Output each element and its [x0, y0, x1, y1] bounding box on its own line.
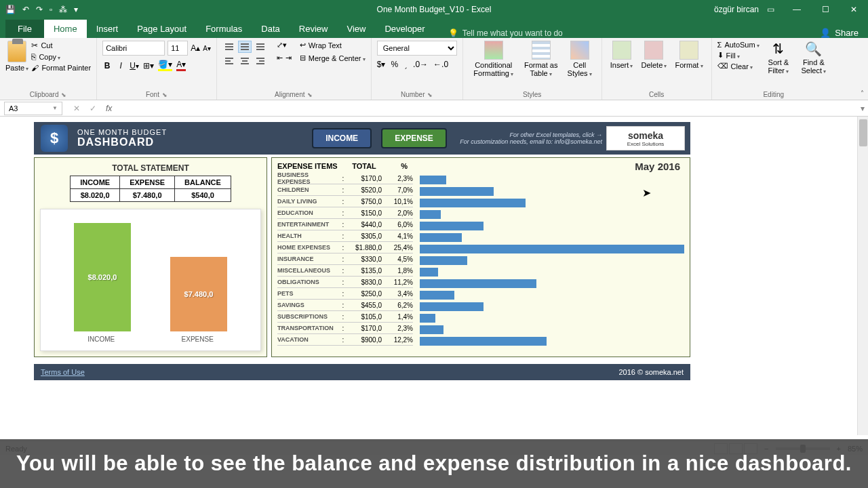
fill-button[interactable]: ⬇Fill — [717, 51, 760, 60]
dollar-icon: $ — [41, 125, 68, 152]
accounting-format-button[interactable]: $▾ — [377, 60, 386, 69]
decrease-font-icon[interactable]: A▾ — [203, 45, 211, 52]
tab-page-layout[interactable]: Page Layout — [127, 20, 196, 38]
copy-button[interactable]: Copy — [31, 52, 91, 62]
terms-link[interactable]: Terms of Use — [41, 368, 85, 376]
insert-function-icon[interactable]: fx — [106, 104, 112, 113]
align-middle-button[interactable] — [238, 41, 252, 53]
tab-developer[interactable]: Developer — [375, 20, 434, 38]
font-size-input[interactable] — [167, 41, 188, 56]
format-cells-button[interactable]: Format — [672, 41, 705, 69]
expense-row: SAVINGS:$455,06,2% — [277, 300, 413, 311]
redo-icon[interactable]: ↷ — [36, 5, 43, 14]
expense-button[interactable]: EXPENSE — [381, 128, 447, 148]
dashboard-header: $ ONE MONTH BUDGET DASHBOARD INCOME EXPE… — [34, 122, 690, 155]
format-painter-button[interactable]: Format Painter — [31, 64, 91, 72]
tab-view[interactable]: View — [337, 20, 375, 38]
vertical-scrollbar[interactable] — [857, 117, 868, 435]
italic-button[interactable]: I — [116, 61, 125, 70]
expand-formula-bar-icon[interactable]: ▾ — [857, 104, 868, 113]
tab-file[interactable]: File — [5, 20, 44, 38]
scroll-thumb[interactable] — [859, 119, 867, 146]
percent-format-button[interactable]: % — [391, 60, 398, 69]
eraser-icon: ⌫ — [717, 62, 728, 70]
decrease-indent-button[interactable]: ⇤ — [277, 54, 283, 62]
cell-styles-button[interactable]: Cell Styles — [564, 41, 596, 77]
tab-data[interactable]: Data — [252, 20, 289, 38]
user-name: özgür bircan — [714, 5, 759, 14]
orientation-button[interactable]: ⤢▾ — [277, 41, 292, 49]
sigma-icon: Σ — [717, 41, 722, 49]
expense-bar: $7.480,0 — [170, 257, 227, 331]
share-button[interactable]: 👤 Share — [820, 28, 859, 38]
minimize-icon[interactable]: — — [783, 0, 811, 19]
align-bottom-button[interactable] — [254, 41, 267, 53]
cut-button[interactable]: Cut — [31, 41, 91, 50]
tab-review[interactable]: Review — [290, 20, 338, 38]
increase-font-icon[interactable]: A▴ — [191, 43, 200, 53]
font-name-input[interactable] — [102, 41, 165, 56]
tab-formulas[interactable]: Formulas — [196, 20, 252, 38]
increase-decimal-button[interactable]: .0→ — [413, 60, 428, 69]
expense-hbar — [420, 210, 441, 219]
wrap-text-button[interactable]: ↩Wrap Text — [300, 41, 366, 49]
tell-me-search[interactable]: 💡 Tell me what you want to do — [448, 28, 563, 38]
save-icon[interactable]: 💾 — [5, 5, 16, 14]
maximize-icon[interactable]: ☐ — [811, 0, 840, 19]
qat-icon[interactable]: ⁂ — [59, 5, 67, 14]
enter-formula-icon[interactable]: ✓ — [90, 104, 96, 113]
clear-button[interactable]: ⌫Clear — [717, 62, 760, 70]
delete-icon — [644, 41, 663, 60]
video-caption: You will be able to see the balance and … — [0, 439, 868, 488]
group-styles: Conditional Formatting Format as Table C… — [463, 38, 602, 100]
autosum-button[interactable]: ΣAutoSum — [717, 41, 760, 49]
format-as-table-button[interactable]: Format as Table — [521, 41, 561, 77]
expense-hbar — [420, 176, 446, 184]
underline-button[interactable]: U▾ — [130, 61, 139, 70]
alignment-dialog-launcher[interactable]: ⬊ — [307, 92, 313, 98]
insert-cells-button[interactable]: Insert — [608, 41, 636, 69]
expense-row: MISCELLANEOUS:$135,01,8% — [277, 265, 413, 277]
font-color-button[interactable]: A▾ — [176, 60, 186, 71]
bold-button[interactable]: B — [102, 61, 112, 70]
close-icon[interactable]: ✕ — [840, 0, 868, 19]
align-right-button[interactable] — [254, 55, 267, 67]
ribbon-display-icon[interactable]: ▭ — [767, 5, 774, 14]
align-top-button[interactable] — [222, 41, 236, 53]
qat-icon[interactable]: ▫ — [50, 5, 52, 14]
number-format-select[interactable]: General — [377, 41, 457, 56]
worksheet[interactable]: $ ONE MONTH BUDGET DASHBOARD INCOME EXPE… — [0, 117, 868, 435]
formula-input[interactable] — [119, 102, 857, 115]
name-box[interactable]: A3▼ — [4, 102, 62, 115]
expense-row: INSURANCE:$330,04,5% — [277, 253, 413, 265]
fill-color-button[interactable]: 🪣▾ — [158, 60, 172, 71]
collapse-ribbon-icon[interactable]: ˄ — [861, 89, 864, 97]
paste-button[interactable]: Paste — [5, 41, 28, 72]
cancel-formula-icon[interactable]: ✕ — [73, 104, 80, 113]
conditional-formatting-button[interactable]: Conditional Formatting — [469, 41, 519, 77]
income-bar: $8.020,0 — [74, 223, 131, 331]
clipboard-dialog-launcher[interactable]: ⬊ — [61, 92, 66, 98]
number-dialog-launcher[interactable]: ⬊ — [427, 92, 433, 98]
expense-row: PETS:$250,03,4% — [277, 288, 413, 300]
tab-home[interactable]: Home — [44, 20, 87, 38]
decrease-decimal-button[interactable]: ←.0 — [433, 60, 448, 69]
expense-hbar — [420, 337, 547, 346]
increase-indent-button[interactable]: ⇥ — [285, 54, 292, 62]
align-center-button[interactable] — [238, 55, 252, 67]
comma-format-button[interactable]: ˏ — [403, 60, 408, 69]
find-select-button[interactable]: 🔍Find & Select — [797, 41, 830, 75]
income-button[interactable]: INCOME — [312, 128, 372, 148]
undo-icon[interactable]: ↶ — [22, 5, 29, 14]
sort-filter-button[interactable]: ⇅Sort & Filter — [762, 41, 795, 75]
delete-cells-button[interactable]: Delete — [638, 41, 669, 69]
formula-bar: A3▼ ✕ ✓ fx ▾ — [0, 100, 868, 117]
expense-hbar — [420, 291, 454, 300]
qat-dropdown-icon[interactable]: ▾ — [74, 5, 78, 14]
border-button[interactable]: ⊞▾ — [143, 61, 154, 70]
merge-center-button[interactable]: ⊟Merge & Center — [300, 54, 366, 62]
expense-hbar — [420, 279, 536, 288]
font-dialog-launcher[interactable]: ⬊ — [162, 92, 167, 98]
align-left-button[interactable] — [222, 55, 236, 67]
tab-insert[interactable]: Insert — [87, 20, 128, 38]
